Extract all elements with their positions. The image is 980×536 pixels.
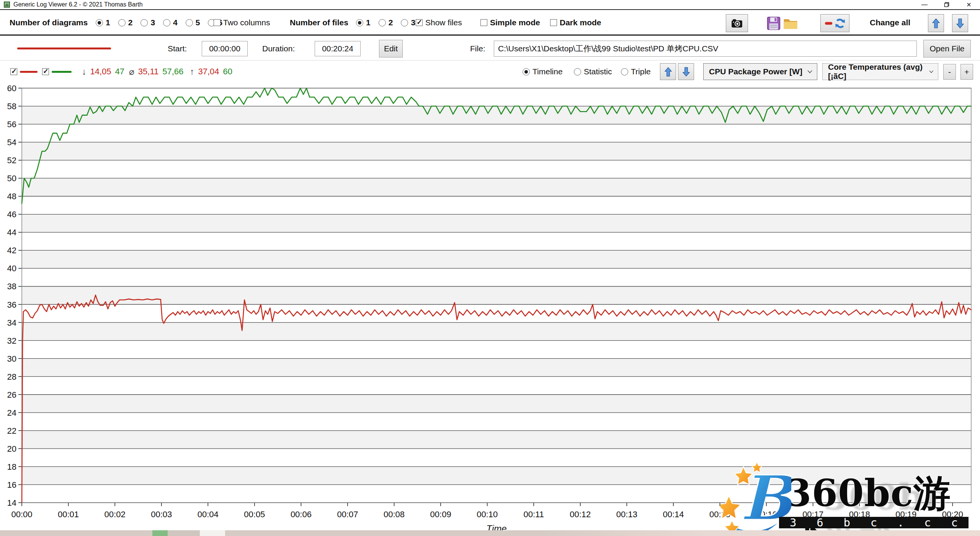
- watermark-domain-char: c: [871, 516, 877, 529]
- x-tick-label: 00:11: [524, 510, 544, 519]
- plot-band: [22, 142, 971, 160]
- plot-band: [22, 250, 971, 268]
- x-tick-label: 00:07: [337, 510, 358, 519]
- plot-band: [22, 196, 971, 214]
- plot-band: [22, 124, 971, 142]
- y-tick-label: 48: [7, 192, 16, 201]
- plot-band: [22, 268, 971, 286]
- watermark-domain-char: 6: [817, 516, 823, 529]
- plot-band: [22, 377, 971, 395]
- x-tick-label: 00:06: [291, 510, 312, 519]
- plot-band: [22, 449, 971, 467]
- y-tick-label: 60: [7, 84, 16, 93]
- taskbar-white-segment: [200, 530, 225, 536]
- y-tick-label: 40: [7, 264, 16, 273]
- y-tick-label: 54: [7, 138, 16, 147]
- y-tick-label: 38: [7, 282, 16, 291]
- x-tick-label: 00:05: [244, 510, 265, 519]
- plot-band: [22, 323, 971, 341]
- plot-band: [22, 395, 971, 413]
- plot-band: [22, 178, 971, 196]
- taskbar-green-segment: [152, 530, 168, 536]
- y-tick-label: 32: [7, 336, 16, 346]
- plot-band: [22, 214, 971, 232]
- y-tick-label: 22: [7, 426, 16, 436]
- x-tick-label: 00:01: [58, 510, 79, 519]
- y-tick-label: 24: [7, 408, 16, 418]
- app-window: 1416182022242628303234363840424446485052…: [0, 0, 980, 536]
- x-tick-label: 00:14: [663, 510, 684, 519]
- plot-band: [22, 305, 971, 323]
- taskbar-sliver: [0, 530, 980, 536]
- y-tick-label: 46: [7, 210, 16, 219]
- watermark-domain-char: c: [924, 516, 931, 529]
- y-tick-label: 14: [7, 498, 16, 508]
- y-tick-label: 18: [7, 462, 16, 472]
- watermark-domain-char: b: [844, 516, 850, 529]
- plot-band: [22, 413, 971, 431]
- y-tick-label: 42: [7, 246, 16, 255]
- x-tick-label: 00:12: [570, 510, 591, 519]
- y-tick-label: 26: [7, 390, 16, 400]
- y-tick-label: 30: [7, 354, 16, 364]
- plot-band: [22, 359, 971, 377]
- x-tick-label: 00:10: [477, 510, 498, 519]
- x-tick-label: 00:02: [105, 510, 126, 519]
- watermark-domain-bar: 36bc.cc: [779, 517, 969, 528]
- taskbar-gray-segment: [168, 530, 200, 536]
- plot-band: [22, 160, 971, 178]
- chart-svg: 1416182022242628303234363840424446485052…: [0, 0, 980, 536]
- y-tick-label: 36: [7, 300, 16, 310]
- plot-band: [22, 431, 971, 449]
- x-tick-label: 00:08: [384, 510, 405, 519]
- x-tick-label: 00:13: [616, 510, 637, 519]
- y-tick-label: 16: [7, 480, 16, 490]
- x-tick-label: 00:03: [151, 510, 172, 519]
- watermark-domain-char: .: [897, 516, 904, 529]
- x-tick-label: 00:00: [11, 510, 32, 519]
- plot-band: [22, 106, 971, 124]
- plot-band: [22, 232, 971, 250]
- y-tick-label: 20: [7, 444, 16, 454]
- plot-band: [22, 341, 971, 359]
- y-tick-label: 52: [7, 156, 16, 165]
- plot-band: [22, 286, 971, 304]
- watermark-domain-char: 3: [790, 516, 796, 529]
- y-tick-label: 50: [7, 174, 16, 183]
- y-tick-label: 34: [7, 318, 16, 328]
- x-tick-label: 00:09: [430, 510, 451, 519]
- timeline-chart[interactable]: 1416182022242628303234363840424446485052…: [0, 0, 980, 536]
- y-tick-label: 44: [7, 228, 16, 237]
- x-tick-label: 00:04: [198, 510, 219, 519]
- y-tick-label: 28: [7, 372, 16, 382]
- y-tick-label: 56: [7, 120, 16, 129]
- watermark-domain-char: c: [951, 516, 958, 529]
- y-tick-label: 58: [7, 102, 16, 111]
